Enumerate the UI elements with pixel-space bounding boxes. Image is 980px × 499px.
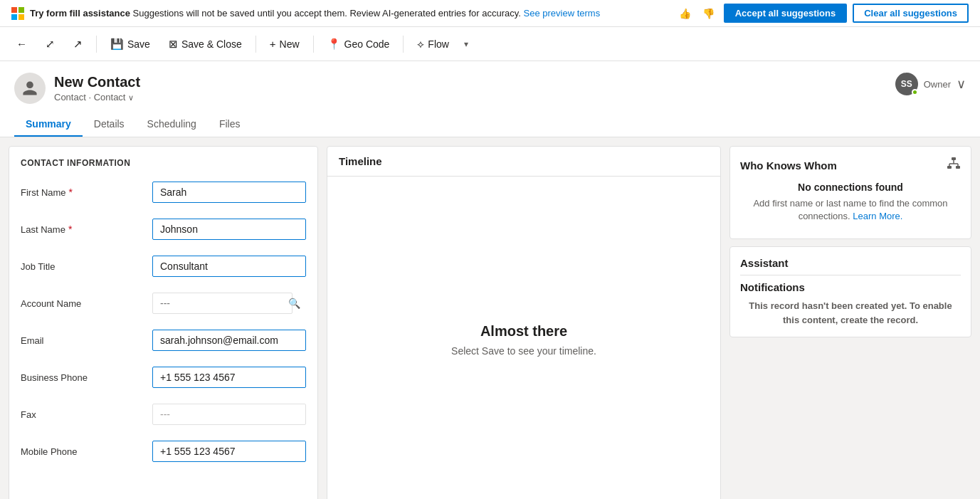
svg-rect-4: [952, 157, 956, 160]
accept-all-button[interactable]: Accept all suggestions: [724, 4, 848, 23]
who-knows-whom-header: Who Knows Whom: [740, 157, 961, 174]
save-icon: 💾: [110, 38, 124, 51]
save-close-label: Save & Close: [181, 38, 242, 50]
flow-icon: ⟡: [417, 38, 424, 51]
assistant-section: Assistant: [740, 257, 961, 269]
account-name-input[interactable]: [152, 293, 293, 314]
business-phone-input[interactable]: [152, 367, 306, 388]
tab-summary[interactable]: Summary: [14, 112, 83, 137]
new-icon: +: [270, 38, 276, 50]
save-close-button[interactable]: ⊠ Save & Close: [161, 34, 250, 54]
first-name-input[interactable]: [152, 182, 306, 203]
main-content: CONTACT INFORMATION First Name * Last Na…: [0, 137, 980, 499]
section-divider: [740, 275, 961, 275]
email-input[interactable]: [152, 330, 306, 351]
toolbar-separator-2: [255, 36, 256, 53]
preview-terms-link[interactable]: See preview terms: [523, 8, 600, 19]
first-name-row: First Name *: [21, 177, 306, 208]
assistant-title: Assistant: [740, 257, 961, 269]
fax-empty: ---: [152, 404, 306, 425]
notifications-title: Notifications: [740, 281, 961, 293]
first-name-label: First Name *: [21, 187, 152, 198]
timeline-header: Timeline: [327, 147, 720, 177]
tab-files[interactable]: Files: [208, 112, 252, 137]
owner-online-indicator: [912, 89, 918, 95]
email-label: Email: [21, 335, 152, 346]
clear-all-button[interactable]: Clear all suggestions: [853, 4, 969, 23]
breadcrumb-1: Contact: [54, 92, 86, 103]
record-title: New Contact: [54, 74, 140, 90]
last-name-input[interactable]: [152, 219, 306, 240]
contact-form-panel: CONTACT INFORMATION First Name * Last Na…: [9, 146, 318, 499]
no-connections-section: No connections found Add first name or l…: [740, 182, 961, 223]
thumbs-down-button[interactable]: 👎: [699, 6, 718, 21]
flow-chevron-button[interactable]: ▾: [460, 36, 473, 52]
record-subtitle: Contact · Contact ∨: [54, 92, 140, 103]
org-chart-icon: [947, 157, 961, 174]
right-panel: Who Knows Whom No connections found: [729, 146, 971, 499]
save-label: Save: [127, 38, 150, 50]
who-knows-whom-title: Who Knows Whom: [740, 159, 837, 172]
form-fill-banner: Try form fill assistance Suggestions wil…: [0, 0, 980, 27]
not-created-text: This record hasn't been created yet. To …: [740, 299, 961, 327]
owner-label: Owner: [924, 79, 951, 90]
toolbar-separator-3: [313, 36, 314, 53]
new-button[interactable]: + New: [262, 34, 307, 53]
collapse-button[interactable]: ∨: [957, 76, 966, 92]
new-window-button[interactable]: ↗: [65, 34, 90, 54]
search-icon: 🔍: [288, 298, 300, 309]
save-close-icon: ⊠: [169, 38, 178, 51]
microsoft-logo: [11, 7, 24, 20]
new-window-icon: ↗: [73, 38, 83, 51]
job-title-label: Job Title: [21, 261, 152, 272]
fax-row: Fax ---: [21, 399, 306, 430]
svg-rect-3: [19, 14, 24, 20]
toolbar-separator-1: [96, 36, 97, 53]
mobile-phone-input[interactable]: [152, 441, 306, 462]
geocode-icon: 📍: [327, 38, 341, 51]
new-label: New: [280, 38, 300, 50]
flow-button[interactable]: ⟡ Flow: [409, 34, 457, 54]
almost-there-title: Almost there: [480, 323, 567, 340]
owner-initials: SS: [901, 79, 912, 89]
save-button[interactable]: 💾 Save: [102, 34, 158, 54]
banner-icons: 👍 👎: [675, 6, 718, 21]
timeline-panel: Timeline Almost there Select Save to see…: [327, 146, 721, 499]
learn-more-link[interactable]: Learn More.: [853, 211, 902, 221]
breadcrumb-arrow: ∨: [128, 93, 134, 102]
record-right: SS Owner ∨: [895, 73, 966, 95]
mobile-phone-label: Mobile Phone: [21, 446, 152, 457]
job-title-input[interactable]: [152, 256, 306, 277]
who-knows-whom-card: Who Knows Whom No connections found: [729, 146, 971, 239]
thumbs-up-button[interactable]: 👍: [675, 6, 695, 21]
banner-text: Try form fill assistance Suggestions wil…: [30, 8, 670, 19]
banner-try-text: Try form fill assistance: [30, 8, 130, 19]
contact-info-title: CONTACT INFORMATION: [21, 158, 306, 168]
breadcrumb-link[interactable]: Contact ∨: [94, 92, 134, 103]
no-connections-title: No connections found: [740, 182, 961, 193]
last-name-required: *: [68, 224, 72, 235]
contact-avatar: [14, 73, 46, 104]
geocode-label: Geo Code: [344, 38, 390, 50]
toolbar-separator-4: [403, 36, 404, 53]
mobile-phone-row: Mobile Phone: [21, 436, 306, 467]
record-header: New Contact Contact · Contact ∨ SS Owner…: [0, 61, 980, 137]
tab-scheduling[interactable]: Scheduling: [136, 112, 208, 137]
svg-rect-6: [956, 166, 960, 169]
tabs-row: Summary Details Scheduling Files: [14, 112, 966, 137]
business-phone-row: Business Phone: [21, 362, 306, 393]
email-row: Email: [21, 325, 306, 356]
svg-rect-0: [11, 7, 17, 13]
last-name-label: Last Name *: [21, 224, 152, 235]
fax-label: Fax: [21, 409, 152, 420]
pop-out-button[interactable]: ⤢: [38, 34, 63, 54]
first-name-required: *: [69, 187, 73, 198]
no-connections-description: Add first name or last name to find the …: [740, 197, 961, 223]
svg-rect-1: [19, 7, 24, 13]
pop-out-icon: ⤢: [46, 38, 55, 51]
owner-avatar: SS: [895, 73, 918, 95]
job-title-row: Job Title: [21, 251, 306, 282]
tab-details[interactable]: Details: [83, 112, 136, 137]
geocode-button[interactable]: 📍 Geo Code: [320, 34, 398, 54]
back-button[interactable]: ←: [9, 34, 35, 53]
